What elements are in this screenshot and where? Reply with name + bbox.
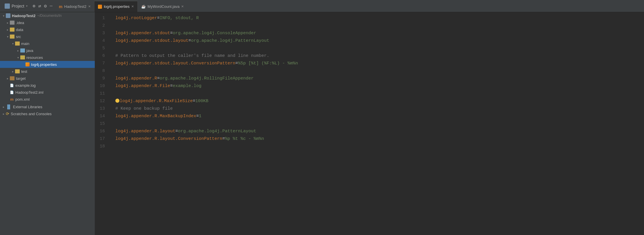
data-folder-icon xyxy=(10,28,14,32)
line-number-12: 12 xyxy=(95,97,107,105)
line-number-7: 7 xyxy=(95,60,107,67)
tab-label-mywordcount: MyWordCount.java xyxy=(148,4,179,9)
idea-label: .idea xyxy=(16,21,24,25)
log4j-props-label: log4j.properties xyxy=(31,62,57,67)
tab-mywordcount[interactable]: ☕ MyWordCount.java ✕ xyxy=(138,1,187,12)
line-number-17: 17 xyxy=(95,135,107,143)
target-arrow xyxy=(5,76,10,81)
minimize-icon[interactable]: — xyxy=(50,3,53,9)
sidebar-root[interactable]: HadoopTest2 ~/Documents/In xyxy=(0,12,95,19)
test-label: test xyxy=(21,69,27,74)
src-label: src xyxy=(16,35,21,39)
tab-log4j[interactable]: log4j.properties ✕ xyxy=(94,1,138,12)
code-line-14: log4j.appender.R.MaxBackupIndex=1 xyxy=(115,113,644,120)
sidebar-item-iml[interactable]: 📄 HadoopTest2.iml xyxy=(0,89,95,96)
scratches-icon: ⟳ xyxy=(6,111,9,116)
code-line-1: log4j.rootLogger=INFO, stdout, R xyxy=(115,15,644,22)
tab-props-icon xyxy=(98,5,102,9)
line-number-14: 14 xyxy=(95,113,107,120)
sidebar-item-log4j-props[interactable]: log4j.properties xyxy=(0,61,95,68)
sidebar-item-ext-libs[interactable]: ▐▌ External Libraries xyxy=(0,103,95,110)
line-numbers: 123456789101112131415161718 xyxy=(95,12,110,235)
sidebar[interactable]: HadoopTest2 ~/Documents/In .idea data sr… xyxy=(0,12,95,235)
project-label: Project xyxy=(12,4,24,8)
sidebar-item-test[interactable]: test xyxy=(0,68,95,75)
iml-icon: 📄 xyxy=(10,90,14,95)
sidebar-item-scratches[interactable]: ⟳ Scratches and Consoles xyxy=(0,110,95,117)
project-selector[interactable]: Project ▾ xyxy=(2,2,30,10)
sidebar-item-target[interactable]: target xyxy=(0,75,95,82)
line-number-16: 16 xyxy=(95,128,107,135)
code-line-13: # Keep one backup file xyxy=(115,105,644,113)
target-folder-icon xyxy=(10,76,14,80)
title-icons: ⊕ ⇄ ⚙ — xyxy=(33,3,53,9)
root-path: ~/Documents/In xyxy=(37,14,61,18)
main-label: main xyxy=(21,41,29,46)
sidebar-item-data[interactable]: data xyxy=(0,26,95,33)
example-log-icon: 📄 xyxy=(10,83,14,88)
sidebar-item-idea[interactable]: .idea xyxy=(0,19,95,26)
tab-m-icon: m xyxy=(59,4,62,9)
code-line-8 xyxy=(115,67,644,75)
line-number-2: 2 xyxy=(95,22,107,30)
resources-folder-icon xyxy=(20,55,25,59)
code-line-11 xyxy=(115,90,644,97)
tab-close-log4j[interactable]: ✕ xyxy=(131,5,134,8)
code-line-2 xyxy=(115,22,644,30)
code-line-9: log4j.appender.R=org.apache.log4j.Rollin… xyxy=(115,75,644,82)
log4j-props-icon xyxy=(26,62,30,66)
code-line-4: log4j.appender.stdout.layout=org.apache.… xyxy=(115,37,644,45)
sidebar-item-java[interactable]: java xyxy=(0,47,95,54)
line-number-5: 5 xyxy=(95,45,107,52)
sync-icon[interactable]: ⇄ xyxy=(38,3,41,9)
code-line-5 xyxy=(115,45,644,52)
line-number-6: 6 xyxy=(95,52,107,60)
main-content: HadoopTest2 ~/Documents/In .idea data sr… xyxy=(0,12,644,235)
project-icon xyxy=(5,3,10,9)
line-number-15: 15 xyxy=(95,120,107,128)
code-line-18 xyxy=(115,143,644,150)
code-area[interactable]: log4j.rootLogger=INFO, stdout, R log4j.a… xyxy=(110,12,644,235)
tab-java-icon: ☕ xyxy=(141,4,146,9)
sidebar-item-src[interactable]: src xyxy=(0,33,95,40)
title-bar: Project ▾ ⊕ ⇄ ⚙ — m HadoopTest2 ✕ log4j.… xyxy=(0,0,644,12)
tab-close-hadooptest2[interactable]: ✕ xyxy=(88,5,91,8)
idea-arrow xyxy=(5,20,10,25)
code-line-16: log4j.appender.R.layout=org.apache.log4j… xyxy=(115,128,644,135)
ext-libs-arrow xyxy=(1,104,6,109)
line-number-13: 13 xyxy=(95,105,107,113)
scratches-arrow xyxy=(1,111,6,116)
java-arrow xyxy=(16,48,20,53)
sidebar-item-example-log[interactable]: 📄 example.log xyxy=(0,82,95,89)
java-folder-icon xyxy=(20,48,25,53)
tab-close-mywordcount[interactable]: ✕ xyxy=(181,5,184,8)
code-line-12: log4j.appender.R.MaxFileSize=100KB xyxy=(115,97,644,105)
line-number-9: 9 xyxy=(95,75,107,82)
editor-area: 123456789101112131415161718 log4j.rootLo… xyxy=(95,12,644,235)
add-icon[interactable]: ⊕ xyxy=(33,3,36,9)
line-number-11: 11 xyxy=(95,90,107,97)
java-label: java xyxy=(26,48,33,53)
line-number-1: 1 xyxy=(95,15,107,22)
code-line-7: log4j.appender.stdout.layout.ConversionP… xyxy=(115,60,644,67)
line-number-10: 10 xyxy=(95,82,107,90)
sidebar-item-main[interactable]: main xyxy=(0,40,95,47)
chevron-down-icon: ▾ xyxy=(26,4,28,8)
tab-hadooptest2[interactable]: m HadoopTest2 ✕ xyxy=(55,1,94,12)
code-line-15 xyxy=(115,120,644,128)
lightbulb-icon[interactable] xyxy=(115,99,119,103)
root-arrow xyxy=(1,13,6,18)
settings-icon[interactable]: ⚙ xyxy=(44,3,47,9)
example-log-label: example.log xyxy=(15,83,36,88)
sidebar-item-resources[interactable]: resources xyxy=(0,54,95,61)
line-number-8: 8 xyxy=(95,67,107,75)
idea-folder-icon xyxy=(10,21,14,25)
tab-label-log4j: log4j.properties xyxy=(104,4,130,9)
main-arrow xyxy=(10,41,15,46)
root-folder-icon xyxy=(6,13,10,18)
line-number-4: 4 xyxy=(95,37,107,45)
sidebar-item-pom[interactable]: m pom.xml xyxy=(0,96,95,103)
test-arrow xyxy=(10,69,15,74)
src-folder-icon xyxy=(10,35,14,39)
ext-libs-label: External Libraries xyxy=(13,105,42,109)
